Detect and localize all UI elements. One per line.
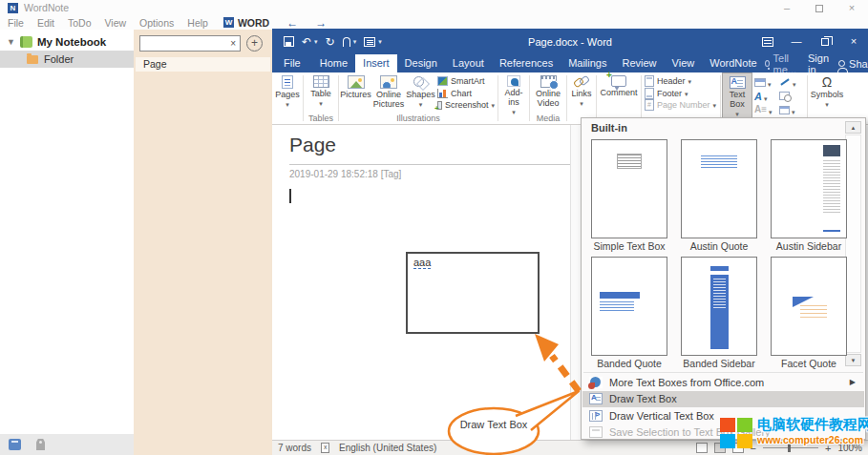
undo-icon[interactable]: ↶	[302, 36, 311, 48]
page-number-button[interactable]: Page Number	[645, 99, 717, 111]
tab-layout[interactable]: Layout	[445, 54, 492, 72]
menu-view[interactable]: View	[105, 17, 127, 29]
tag-icon[interactable]	[36, 439, 45, 450]
tab-file[interactable]: File	[272, 54, 312, 72]
shapes-button[interactable]: Shapes	[406, 72, 435, 114]
sign-in-button[interactable]: Sign in	[808, 52, 829, 75]
online-video-button[interactable]: Online Video	[531, 72, 565, 114]
word-count[interactable]: 7 words	[278, 443, 311, 453]
tab-insert[interactable]: Insert	[355, 54, 397, 72]
ribbon-group-tables: Table Tables	[305, 72, 337, 124]
tab-wordnote[interactable]: WordNote	[702, 54, 764, 72]
smartart-button[interactable]: SmartArt	[437, 75, 495, 87]
chart-button[interactable]: Chart	[437, 88, 495, 99]
print-layout-button[interactable]	[714, 443, 726, 453]
search-input[interactable]	[143, 37, 230, 50]
header-button[interactable]: Header	[645, 75, 717, 87]
zoom-slider[interactable]	[763, 447, 818, 448]
wordnote-minimize-button[interactable]: –	[771, 0, 803, 15]
gallery-item-simple-text-box[interactable]	[591, 139, 667, 238]
clear-search-icon[interactable]: ×	[230, 38, 236, 49]
word-toolbar-button[interactable]: W WORD	[223, 17, 269, 29]
language-status[interactable]: English (United States)	[339, 443, 436, 453]
touch-mode-icon[interactable]	[343, 37, 350, 47]
menu-options[interactable]: Options	[139, 17, 174, 29]
scroll-up-button[interactable]: ▲	[845, 121, 861, 134]
dropdown-arrow-icon	[769, 101, 773, 118]
tab-design[interactable]: Design	[397, 54, 445, 72]
menu-item-more-text-boxes[interactable]: More Text Boxes from Office.com ▶	[582, 374, 864, 391]
wordnote-close-button[interactable]: ×	[836, 0, 868, 15]
proofing-errors-icon[interactable]	[321, 443, 329, 453]
read-mode-button[interactable]	[696, 443, 708, 453]
screenshot-button[interactable]: Screenshot	[437, 99, 495, 111]
signature-line-button[interactable]	[777, 73, 803, 91]
menu-help[interactable]: Help	[187, 17, 208, 29]
page-list-item[interactable]: Page	[136, 57, 270, 72]
document-scrollbar[interactable]	[570, 125, 581, 440]
word-restore-button[interactable]	[811, 29, 839, 54]
gallery-item-banded-quote[interactable]	[591, 257, 667, 356]
save-icon[interactable]	[284, 36, 294, 47]
gallery-item-banded-sidebar[interactable]	[681, 257, 757, 356]
group-divider	[303, 75, 304, 121]
links-button[interactable]: Links	[568, 72, 595, 114]
date-time-button[interactable]	[777, 92, 803, 100]
gallery-item-austin-quote[interactable]	[681, 139, 757, 238]
forward-arrow-button[interactable]: →	[315, 16, 327, 30]
tab-references[interactable]: References	[492, 54, 561, 72]
tell-me-box[interactable]: Tell me...	[765, 52, 798, 75]
pages-button[interactable]: Pages	[273, 72, 302, 114]
comment-icon	[611, 75, 626, 87]
menu-item-draw-vertical-text-box[interactable]: Draw Vertical Text Box	[582, 407, 864, 424]
symbols-button[interactable]: ΩSymbols	[809, 72, 845, 114]
menu-item-save-selection[interactable]: Save Selection to Text Box Gallery	[582, 424, 864, 442]
table-button[interactable]: Table	[305, 72, 337, 114]
ribbon-display-options-button[interactable]	[753, 29, 782, 54]
wordnote-maximize-button[interactable]	[803, 0, 836, 15]
menu-todo[interactable]: ToDo	[68, 17, 92, 29]
drop-cap-button[interactable]: A≡	[752, 101, 777, 118]
redo-icon[interactable]: ↻	[326, 36, 335, 48]
gallery-item-austin-sidebar[interactable]	[771, 139, 847, 238]
object-button[interactable]	[777, 101, 803, 118]
undo-dropdown-icon[interactable]: ▾	[314, 38, 318, 46]
gallery-item-facet-quote[interactable]	[771, 257, 847, 356]
tab-home[interactable]: Home	[312, 54, 355, 72]
drawn-text-box[interactable]: aaa	[406, 252, 540, 334]
footer-button[interactable]: Footer	[645, 88, 717, 99]
document-meta-line: 2019-01-29 18:52:18 [Tag]	[289, 169, 401, 179]
touch-mode-dropdown-icon[interactable]: ▾	[353, 38, 357, 46]
zoom-level[interactable]: 100%	[837, 443, 862, 453]
comment-button[interactable]: Comment	[598, 72, 640, 114]
gallery-label: Banded Sidebar	[675, 358, 763, 369]
tab-view[interactable]: View	[665, 54, 703, 72]
document-mode-icon[interactable]	[364, 37, 375, 47]
tab-review[interactable]: Review	[615, 54, 665, 72]
add-page-button[interactable]: +	[246, 35, 263, 52]
folder-tree-item-selected[interactable]: Folder	[0, 51, 134, 68]
zoom-slider-thumb[interactable]	[788, 444, 791, 452]
back-arrow-button[interactable]: ←	[286, 16, 298, 30]
chevron-down-icon: ▼	[7, 37, 15, 47]
zoom-in-button[interactable]: +	[825, 443, 831, 454]
smartart-icon	[437, 76, 448, 86]
online-pictures-button[interactable]: Online Pictures	[371, 72, 406, 114]
word-close-button[interactable]: ×	[839, 29, 868, 54]
notebook-view-icon[interactable]	[9, 439, 21, 450]
dropdown-arrow-icon	[491, 100, 495, 110]
menu-edit[interactable]: Edit	[37, 17, 54, 29]
notebook-tree-item[interactable]: ▼ My Notebook	[0, 30, 134, 51]
ribbon-tab-bar: File Home Insert Design Layout Reference…	[272, 54, 868, 72]
word-minimize-button[interactable]: —	[782, 29, 811, 54]
shapes-icon	[413, 75, 430, 89]
text-box-button[interactable]: Text Box	[722, 72, 752, 121]
menu-file[interactable]: File	[8, 17, 24, 29]
share-button[interactable]: Share	[838, 58, 868, 70]
pictures-button[interactable]: Pictures	[340, 72, 371, 114]
add-ins-button[interactable]: Add-ins	[499, 72, 528, 118]
customize-qat-icon[interactable]: ▾	[378, 38, 382, 46]
web-layout-button[interactable]	[732, 443, 744, 453]
menu-item-draw-text-box[interactable]: Draw Text Box	[582, 391, 864, 408]
zoom-out-button[interactable]: −	[751, 443, 756, 454]
